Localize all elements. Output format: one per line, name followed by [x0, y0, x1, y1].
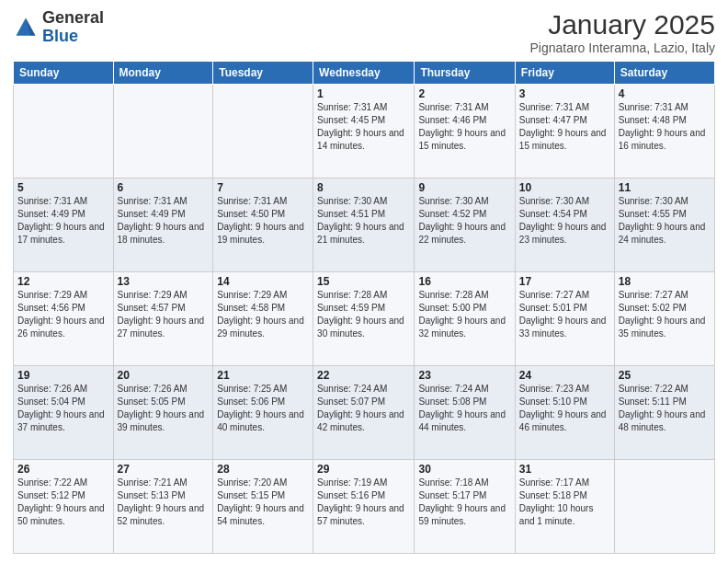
day-info: Sunrise: 7:22 AM Sunset: 5:12 PM Dayligh…	[17, 477, 109, 528]
day-info: Sunrise: 7:23 AM Sunset: 5:10 PM Dayligh…	[519, 383, 610, 434]
day-cell	[113, 85, 213, 178]
day-cell: 11Sunrise: 7:30 AM Sunset: 4:55 PM Dayli…	[614, 178, 714, 272]
day-info: Sunrise: 7:25 AM Sunset: 5:06 PM Dayligh…	[217, 383, 309, 434]
day-info: Sunrise: 7:31 AM Sunset: 4:48 PM Dayligh…	[619, 101, 711, 153]
day-cell: 18Sunrise: 7:27 AM Sunset: 5:02 PM Dayli…	[614, 272, 714, 366]
week-row-1: 1Sunrise: 7:31 AM Sunset: 4:45 PM Daylig…	[14, 85, 715, 178]
day-number: 28	[217, 463, 309, 476]
day-info: Sunrise: 7:26 AM Sunset: 5:04 PM Dayligh…	[17, 383, 109, 434]
day-info: Sunrise: 7:31 AM Sunset: 4:50 PM Dayligh…	[217, 195, 309, 247]
day-number: 14	[217, 275, 309, 288]
day-cell: 16Sunrise: 7:28 AM Sunset: 5:00 PM Dayli…	[415, 272, 515, 366]
day-cell: 25Sunrise: 7:22 AM Sunset: 5:11 PM Dayli…	[614, 366, 714, 460]
day-cell: 30Sunrise: 7:18 AM Sunset: 5:17 PM Dayli…	[415, 460, 515, 554]
day-cell: 17Sunrise: 7:27 AM Sunset: 5:01 PM Dayli…	[515, 272, 614, 366]
header: General Blue January 2025 Pignataro Inte…	[13, 9, 715, 55]
day-number: 9	[418, 181, 510, 194]
day-number: 12	[17, 275, 109, 288]
day-cell: 19Sunrise: 7:26 AM Sunset: 5:04 PM Dayli…	[14, 366, 114, 460]
logo-general: General	[42, 8, 104, 27]
day-number: 29	[317, 463, 410, 476]
day-cell: 24Sunrise: 7:23 AM Sunset: 5:10 PM Dayli…	[515, 366, 614, 460]
day-info: Sunrise: 7:29 AM Sunset: 4:58 PM Dayligh…	[217, 289, 309, 340]
page: General Blue January 2025 Pignataro Inte…	[0, 0, 728, 563]
day-info: Sunrise: 7:21 AM Sunset: 5:13 PM Dayligh…	[118, 477, 210, 528]
week-row-2: 5Sunrise: 7:31 AM Sunset: 4:49 PM Daylig…	[14, 178, 715, 272]
day-number: 23	[418, 369, 510, 382]
day-cell: 6Sunrise: 7:31 AM Sunset: 4:49 PM Daylig…	[113, 178, 213, 272]
week-row-3: 12Sunrise: 7:29 AM Sunset: 4:56 PM Dayli…	[14, 272, 715, 366]
day-number: 1	[317, 87, 410, 100]
day-number: 31	[519, 463, 610, 476]
day-cell: 14Sunrise: 7:29 AM Sunset: 4:58 PM Dayli…	[213, 272, 313, 366]
day-number: 25	[619, 369, 711, 382]
day-cell: 13Sunrise: 7:29 AM Sunset: 4:57 PM Dayli…	[113, 272, 213, 366]
calendar: SundayMondayTuesdayWednesdayThursdayFrid…	[13, 61, 715, 554]
day-cell: 10Sunrise: 7:30 AM Sunset: 4:54 PM Dayli…	[515, 178, 614, 272]
day-info: Sunrise: 7:30 AM Sunset: 4:51 PM Dayligh…	[317, 195, 410, 247]
day-info: Sunrise: 7:22 AM Sunset: 5:11 PM Dayligh…	[619, 383, 711, 434]
day-cell: 12Sunrise: 7:29 AM Sunset: 4:56 PM Dayli…	[14, 272, 114, 366]
day-cell: 9Sunrise: 7:30 AM Sunset: 4:52 PM Daylig…	[415, 178, 515, 272]
day-info: Sunrise: 7:31 AM Sunset: 4:46 PM Dayligh…	[418, 101, 510, 153]
day-number: 26	[17, 463, 109, 476]
month-title: January 2025	[529, 9, 715, 40]
day-cell: 4Sunrise: 7:31 AM Sunset: 4:48 PM Daylig…	[614, 85, 714, 178]
day-cell: 28Sunrise: 7:20 AM Sunset: 5:15 PM Dayli…	[213, 460, 313, 554]
title-block: January 2025 Pignataro Interamna, Lazio,…	[529, 9, 715, 55]
location-subtitle: Pignataro Interamna, Lazio, Italy	[529, 40, 715, 55]
day-info: Sunrise: 7:31 AM Sunset: 4:49 PM Dayligh…	[118, 195, 210, 247]
day-info: Sunrise: 7:29 AM Sunset: 4:57 PM Dayligh…	[118, 289, 210, 340]
day-number: 18	[619, 275, 711, 288]
day-cell: 29Sunrise: 7:19 AM Sunset: 5:16 PM Dayli…	[313, 460, 415, 554]
day-number: 11	[619, 181, 711, 194]
day-cell	[213, 85, 313, 178]
day-number: 24	[519, 369, 610, 382]
col-header-friday: Friday	[515, 62, 614, 85]
day-number: 19	[17, 369, 109, 382]
col-header-saturday: Saturday	[614, 62, 714, 85]
calendar-header-row: SundayMondayTuesdayWednesdayThursdayFrid…	[14, 62, 715, 85]
logo: General Blue	[13, 9, 104, 46]
day-info: Sunrise: 7:30 AM Sunset: 4:54 PM Dayligh…	[519, 195, 610, 247]
day-number: 4	[619, 87, 711, 100]
col-header-sunday: Sunday	[14, 62, 114, 85]
day-cell: 27Sunrise: 7:21 AM Sunset: 5:13 PM Dayli…	[113, 460, 213, 554]
logo-blue: Blue	[42, 27, 78, 45]
day-cell	[14, 85, 114, 178]
day-info: Sunrise: 7:28 AM Sunset: 4:59 PM Dayligh…	[317, 289, 410, 340]
day-cell: 31Sunrise: 7:17 AM Sunset: 5:18 PM Dayli…	[515, 460, 614, 554]
day-info: Sunrise: 7:20 AM Sunset: 5:15 PM Dayligh…	[217, 477, 309, 528]
col-header-monday: Monday	[113, 62, 213, 85]
col-header-wednesday: Wednesday	[313, 62, 415, 85]
week-row-4: 19Sunrise: 7:26 AM Sunset: 5:04 PM Dayli…	[14, 366, 715, 460]
day-cell: 7Sunrise: 7:31 AM Sunset: 4:50 PM Daylig…	[213, 178, 313, 272]
day-info: Sunrise: 7:29 AM Sunset: 4:56 PM Dayligh…	[17, 289, 109, 340]
day-number: 17	[519, 275, 610, 288]
day-info: Sunrise: 7:30 AM Sunset: 4:52 PM Dayligh…	[418, 195, 510, 247]
day-info: Sunrise: 7:24 AM Sunset: 5:07 PM Dayligh…	[317, 383, 410, 434]
day-cell: 8Sunrise: 7:30 AM Sunset: 4:51 PM Daylig…	[313, 178, 415, 272]
day-number: 15	[317, 275, 410, 288]
day-number: 7	[217, 181, 309, 194]
day-number: 27	[118, 463, 210, 476]
day-cell: 20Sunrise: 7:26 AM Sunset: 5:05 PM Dayli…	[113, 366, 213, 460]
day-info: Sunrise: 7:24 AM Sunset: 5:08 PM Dayligh…	[418, 383, 510, 434]
day-number: 2	[418, 87, 510, 100]
day-info: Sunrise: 7:31 AM Sunset: 4:47 PM Dayligh…	[519, 101, 610, 153]
day-number: 3	[519, 87, 610, 100]
day-number: 6	[118, 181, 210, 194]
day-cell: 2Sunrise: 7:31 AM Sunset: 4:46 PM Daylig…	[415, 85, 515, 178]
day-cell: 15Sunrise: 7:28 AM Sunset: 4:59 PM Dayli…	[313, 272, 415, 366]
day-info: Sunrise: 7:27 AM Sunset: 5:02 PM Dayligh…	[619, 289, 711, 340]
day-info: Sunrise: 7:27 AM Sunset: 5:01 PM Dayligh…	[519, 289, 610, 340]
day-cell	[614, 460, 714, 554]
logo-icon	[13, 15, 39, 40]
day-info: Sunrise: 7:28 AM Sunset: 5:00 PM Dayligh…	[418, 289, 510, 340]
day-cell: 21Sunrise: 7:25 AM Sunset: 5:06 PM Dayli…	[213, 366, 313, 460]
day-cell: 26Sunrise: 7:22 AM Sunset: 5:12 PM Dayli…	[14, 460, 114, 554]
day-number: 22	[317, 369, 410, 382]
day-number: 30	[418, 463, 510, 476]
logo-text: General Blue	[42, 9, 104, 46]
day-info: Sunrise: 7:17 AM Sunset: 5:18 PM Dayligh…	[519, 477, 610, 528]
